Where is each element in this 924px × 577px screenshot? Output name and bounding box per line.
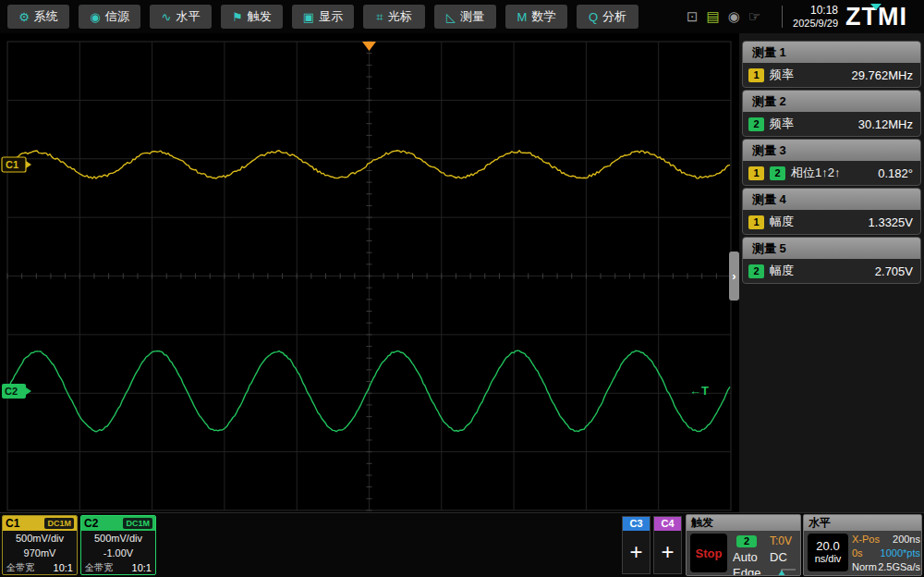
- channel-box-c4[interactable]: C4 +: [653, 516, 682, 574]
- clock: 10:18 2025/9/29: [787, 4, 838, 30]
- channel-footer: 全带宽 10:1: [3, 561, 77, 574]
- math-icon: M: [517, 11, 528, 23]
- measurement-label: 相位1↑2↑: [791, 165, 840, 181]
- measurement-title: 测量 3: [743, 140, 920, 161]
- trigger-panel[interactable]: 触发 Stop 2 Auto Edge T:0V DC: [686, 514, 801, 576]
- toolbar-button-label: 测量: [460, 8, 484, 25]
- brand-logo: ZTMI: [845, 3, 907, 31]
- measurement-value: 30.12MHz: [858, 117, 913, 131]
- horizontal-panel[interactable]: 水平 20.0 ns/div X-Pos 200ns 0s 1000*pts: [803, 514, 922, 576]
- svg-text:←T: ←T: [689, 384, 709, 398]
- channel-2-badge: 2: [770, 166, 785, 180]
- toolbar-button-source[interactable]: ◉信源: [79, 5, 140, 29]
- bottom-status-bar: C1 DC1M 500mV/div 970mV 全带宽 10:1 C2 DC1M…: [0, 512, 924, 577]
- measurement-label: 幅度: [770, 214, 794, 230]
- xpos-value: 200ns: [893, 533, 920, 546]
- toolbar-button-trigger[interactable]: ⚑触发: [221, 5, 283, 29]
- toolbar-button-label: 水平: [176, 8, 200, 25]
- coupling-badge: DC1M: [44, 518, 74, 529]
- usb-icon[interactable]: ▤: [707, 8, 720, 25]
- cursor-grid-icon: ⌗: [376, 11, 383, 23]
- measurement-label: 频率: [770, 67, 794, 83]
- add-channel-icon[interactable]: +: [623, 531, 650, 573]
- trigger-mid-column: 2 Auto Edge: [733, 532, 768, 576]
- chevron-right-icon: ›: [732, 269, 736, 283]
- channel-scale: 500mV/div: [81, 531, 155, 546]
- oscilloscope-screen: ⚙系统 ◉信源 ∿水平 ⚑触发 ▣显示 ⌗光标 ◺测量 M数学 Q分析 ⊡ ▤ …: [0, 0, 924, 577]
- waveform-display[interactable]: C1C2←T: [0, 33, 739, 512]
- toolbar-button-cursor[interactable]: ⌗光标: [363, 5, 425, 29]
- trigger-coupling: DC: [770, 550, 800, 564]
- time-label: 10:18: [787, 4, 838, 17]
- measurement-panel: 测量 1 1 频率 29.762MHz 测量 2 2 频率 30.12MHz 测…: [739, 33, 924, 512]
- measurement-title: 测量 5: [743, 238, 920, 259]
- measurement-title: 测量 1: [743, 42, 920, 63]
- measurement-label: 频率: [770, 116, 794, 132]
- coupling-badge: DC1M: [123, 518, 152, 529]
- signal-source-icon: ◉: [90, 11, 100, 23]
- toolbar-button-analyze[interactable]: Q分析: [577, 5, 638, 29]
- toolbar-button-label: 触发: [248, 8, 272, 25]
- channel-name: C2: [84, 517, 98, 530]
- toolbar: ⚙系统 ◉信源 ∿水平 ⚑触发 ▣显示 ⌗光标 ◺测量 M数学 Q分析 ⊡ ▤ …: [0, 0, 924, 33]
- graticule-canvas: C1C2←T: [0, 33, 739, 512]
- measurement-row: 2 频率 30.12MHz: [743, 112, 920, 136]
- toolbar-button-system[interactable]: ⚙系统: [7, 5, 69, 29]
- channel-1-badge: 1: [748, 68, 764, 82]
- measurement-card-1[interactable]: 测量 1 1 频率 29.762MHz: [742, 41, 921, 88]
- trigger-panel-body: Stop 2 Auto Edge T:0V DC: [687, 531, 800, 575]
- measurement-value: 2.705V: [875, 264, 913, 278]
- measurement-card-2[interactable]: 测量 2 2 频率 30.12MHz: [742, 90, 921, 137]
- measurement-card-5[interactable]: 测量 5 2 幅度 2.705V: [742, 237, 921, 284]
- bandwidth-label: 全带宽: [6, 561, 34, 574]
- add-channel-icon[interactable]: +: [654, 531, 681, 573]
- screen-icon[interactable]: ⊡: [687, 8, 699, 25]
- analyze-icon: Q: [589, 11, 598, 23]
- channel-2-badge: 2: [748, 264, 764, 278]
- status-icons: ⊡ ▤ ◉ ☞: [687, 5, 760, 29]
- channel-offset: -1.00V: [81, 546, 155, 560]
- delay-value: 0s: [852, 546, 863, 560]
- channel-box-c1[interactable]: C1 DC1M 500mV/div 970mV 全带宽 10:1: [2, 515, 78, 575]
- toolbar-button-measure[interactable]: ◺测量: [434, 5, 496, 29]
- measurement-row: 2 幅度 2.705V: [743, 259, 920, 283]
- probe-ratio: 10:1: [54, 562, 73, 573]
- measurement-value: 29.762MHz: [852, 68, 913, 82]
- touch-icon[interactable]: ◉: [728, 8, 740, 25]
- measurement-card-4[interactable]: 测量 4 1 幅度 1.3325V: [742, 188, 921, 235]
- gesture-icon[interactable]: ☞: [748, 8, 760, 25]
- measurement-row: 1 2 相位1↑2↑ 0.182°: [743, 161, 920, 185]
- channel-footer: 全带宽 10:1: [81, 561, 155, 574]
- channel-header: C1 DC1M: [3, 516, 77, 531]
- acquisition-status[interactable]: Stop: [690, 534, 727, 572]
- measurement-label: 幅度: [770, 263, 794, 279]
- bandwidth-label: 全带宽: [85, 561, 113, 574]
- panel-collapse-handle[interactable]: ›: [729, 252, 739, 301]
- channel-box-c2[interactable]: C2 DC1M 500mV/div -1.00V 全带宽 10:1: [80, 515, 156, 575]
- record-points: 1000*pts: [881, 546, 920, 560]
- measurement-row: 1 频率 29.762MHz: [743, 63, 920, 87]
- channel-name: C1: [6, 517, 19, 530]
- toolbar-button-math[interactable]: M数学: [505, 5, 567, 29]
- horizontal-panel-title: 水平: [804, 515, 921, 531]
- measurement-row: 1 幅度 1.3325V: [743, 210, 920, 234]
- measurement-card-3[interactable]: 测量 3 1 2 相位1↑2↑ 0.182°: [742, 139, 921, 186]
- sample-rate: 2.5GSa/s: [878, 560, 920, 574]
- measurement-value: 1.3325V: [869, 215, 913, 229]
- rising-edge-icon: [770, 567, 797, 576]
- acquire-mode: Norm: [852, 560, 877, 574]
- channel-offset: 970mV: [3, 546, 77, 560]
- gear-icon: ⚙: [18, 11, 30, 23]
- measure-icon: ◺: [446, 11, 456, 23]
- toolbar-button-display[interactable]: ▣显示: [292, 5, 354, 29]
- channel-name: C3: [623, 517, 650, 531]
- probe-ratio: 10:1: [132, 562, 152, 573]
- toolbar-button-horizontal[interactable]: ∿水平: [150, 5, 212, 29]
- toolbar-button-label: 分析: [602, 8, 626, 25]
- logo-triangle-icon: [870, 4, 881, 10]
- timebase-box[interactable]: 20.0 ns/div: [808, 534, 848, 571]
- xpos-label: X-Pos: [852, 533, 880, 546]
- channel-box-c3[interactable]: C3 +: [622, 516, 650, 574]
- display-icon: ▣: [303, 11, 314, 23]
- trigger-panel-title: 触发: [687, 515, 800, 531]
